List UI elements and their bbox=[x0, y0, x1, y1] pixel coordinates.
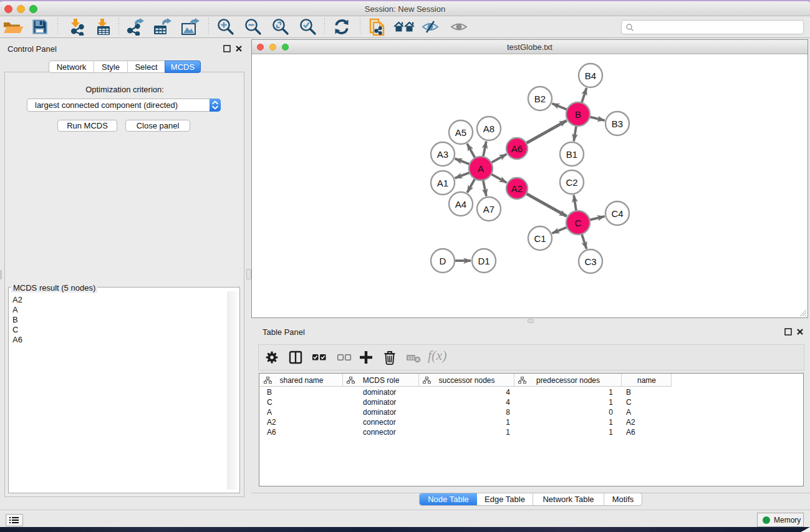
svg-text:A2: A2 bbox=[511, 183, 523, 194]
svg-text:A6: A6 bbox=[511, 143, 523, 154]
svg-text:A5: A5 bbox=[455, 127, 466, 138]
svg-text:C3: C3 bbox=[584, 256, 596, 267]
svg-text:D1: D1 bbox=[478, 256, 489, 266]
svg-text:B: B bbox=[575, 109, 581, 120]
svg-text:D: D bbox=[440, 256, 446, 266]
svg-text:A7: A7 bbox=[483, 204, 494, 215]
svg-text:C1: C1 bbox=[534, 233, 546, 244]
svg-text:B3: B3 bbox=[612, 118, 623, 129]
svg-text:C2: C2 bbox=[566, 177, 577, 188]
svg-text:A4: A4 bbox=[455, 199, 466, 210]
svg-text:A1: A1 bbox=[437, 178, 448, 188]
svg-text:A: A bbox=[478, 163, 484, 174]
svg-text:C: C bbox=[575, 218, 582, 228]
svg-text:C4: C4 bbox=[611, 208, 623, 219]
svg-text:B1: B1 bbox=[566, 149, 577, 160]
svg-text:B4: B4 bbox=[585, 70, 596, 81]
svg-text:B2: B2 bbox=[534, 94, 546, 104]
svg-text:A3: A3 bbox=[437, 149, 448, 160]
svg-text:A8: A8 bbox=[483, 123, 494, 134]
